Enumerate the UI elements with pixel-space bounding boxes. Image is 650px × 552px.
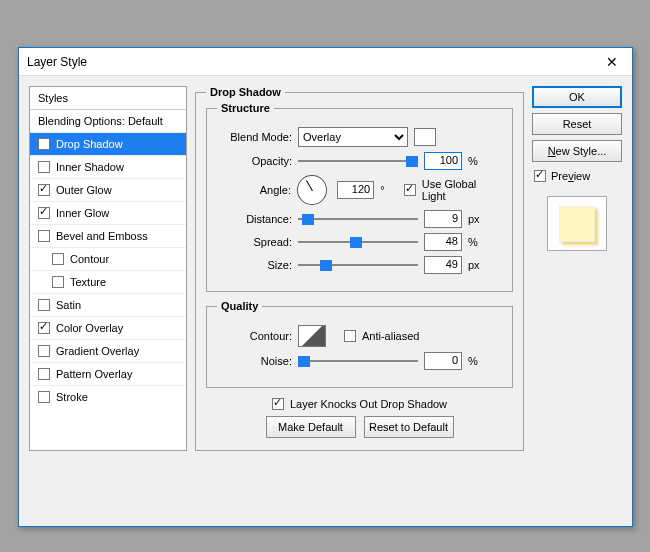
checkbox-icon[interactable]	[38, 184, 50, 196]
preview-swatch	[547, 196, 607, 251]
style-row-blending-options[interactable]: Blending Options: Default	[30, 110, 186, 133]
noise-slider[interactable]	[298, 354, 418, 368]
size-label: Size:	[217, 259, 292, 271]
ok-button[interactable]: OK	[532, 86, 622, 108]
main-area: Drop Shadow Structure Blend Mode: Overla…	[195, 86, 524, 451]
checkbox-icon[interactable]	[38, 299, 50, 311]
anti-aliased-label: Anti-aliased	[362, 330, 419, 342]
spread-slider[interactable]	[298, 235, 418, 249]
opacity-unit: %	[468, 155, 486, 167]
opacity-input[interactable]: 100	[424, 152, 462, 170]
distance-slider[interactable]	[298, 212, 418, 226]
size-unit: px	[468, 259, 486, 271]
checkbox-icon[interactable]	[38, 345, 50, 357]
styles-panel: Styles Blending Options: Default Drop Sh…	[29, 86, 187, 451]
structure-group: Structure Blend Mode: Overlay Opacity: 1…	[206, 102, 513, 292]
style-row-stroke[interactable]: Stroke	[30, 386, 186, 408]
right-column: OK Reset New Style... Preview	[532, 86, 622, 451]
layer-style-dialog: Layer Style ✕ Styles Blending Options: D…	[18, 47, 633, 527]
noise-unit: %	[468, 355, 486, 367]
preview-label: Preview	[551, 170, 590, 182]
style-row-contour[interactable]: Contour	[30, 248, 186, 271]
checkbox-icon[interactable]	[38, 138, 50, 150]
blend-mode-select[interactable]: Overlay	[298, 127, 408, 147]
contour-label: Contour:	[217, 330, 292, 342]
close-icon[interactable]: ✕	[600, 54, 624, 70]
style-row-pattern-overlay[interactable]: Pattern Overlay	[30, 363, 186, 386]
style-row-inner-glow[interactable]: Inner Glow	[30, 202, 186, 225]
anti-aliased-checkbox[interactable]	[344, 330, 356, 342]
knockout-label: Layer Knocks Out Drop Shadow	[290, 398, 447, 410]
checkbox-icon[interactable]	[38, 161, 50, 173]
structure-legend: Structure	[217, 102, 274, 114]
spread-label: Spread:	[217, 236, 292, 248]
style-row-drop-shadow[interactable]: Drop Shadow	[30, 133, 186, 156]
new-style-button[interactable]: New Style...	[532, 140, 622, 162]
reset-button[interactable]: Reset	[532, 113, 622, 135]
quality-group: Quality Contour: Anti-aliased Noise: 0 %	[206, 300, 513, 388]
checkbox-icon[interactable]	[38, 391, 50, 403]
distance-label: Distance:	[217, 213, 292, 225]
global-light-label: Use Global Light	[422, 178, 502, 202]
blend-mode-label: Blend Mode:	[217, 131, 292, 143]
drop-shadow-legend: Drop Shadow	[206, 86, 285, 98]
quality-legend: Quality	[217, 300, 262, 312]
global-light-checkbox[interactable]	[404, 184, 416, 196]
noise-label: Noise:	[217, 355, 292, 367]
preview-checkbox[interactable]	[534, 170, 546, 182]
style-row-inner-shadow[interactable]: Inner Shadow	[30, 156, 186, 179]
titlebar: Layer Style ✕	[19, 48, 632, 76]
angle-dial[interactable]	[297, 175, 327, 205]
checkbox-icon[interactable]	[38, 230, 50, 242]
contour-picker[interactable]	[298, 325, 326, 347]
checkbox-icon[interactable]	[38, 207, 50, 219]
reset-default-button[interactable]: Reset to Default	[364, 416, 454, 438]
noise-input[interactable]: 0	[424, 352, 462, 370]
angle-unit: °	[380, 184, 398, 196]
angle-label: Angle:	[217, 184, 291, 196]
preview-inner	[559, 206, 595, 242]
angle-input[interactable]: 120	[337, 181, 375, 199]
distance-input[interactable]: 9	[424, 210, 462, 228]
checkbox-icon[interactable]	[52, 253, 64, 265]
checkbox-icon[interactable]	[38, 322, 50, 334]
make-default-button[interactable]: Make Default	[266, 416, 356, 438]
window-title: Layer Style	[27, 55, 87, 69]
checkbox-icon[interactable]	[38, 368, 50, 380]
style-row-bevel-emboss[interactable]: Bevel and Emboss	[30, 225, 186, 248]
style-row-outer-glow[interactable]: Outer Glow	[30, 179, 186, 202]
style-row-gradient-overlay[interactable]: Gradient Overlay	[30, 340, 186, 363]
size-input[interactable]: 49	[424, 256, 462, 274]
opacity-slider[interactable]	[298, 154, 418, 168]
distance-unit: px	[468, 213, 486, 225]
drop-shadow-group: Drop Shadow Structure Blend Mode: Overla…	[195, 86, 524, 451]
size-slider[interactable]	[298, 258, 418, 272]
style-row-color-overlay[interactable]: Color Overlay	[30, 317, 186, 340]
opacity-label: Opacity:	[217, 155, 292, 167]
spread-unit: %	[468, 236, 486, 248]
styles-header[interactable]: Styles	[30, 87, 186, 110]
checkbox-icon[interactable]	[52, 276, 64, 288]
style-row-texture[interactable]: Texture	[30, 271, 186, 294]
knockout-checkbox[interactable]	[272, 398, 284, 410]
color-swatch[interactable]	[414, 128, 436, 146]
style-row-satin[interactable]: Satin	[30, 294, 186, 317]
spread-input[interactable]: 48	[424, 233, 462, 251]
